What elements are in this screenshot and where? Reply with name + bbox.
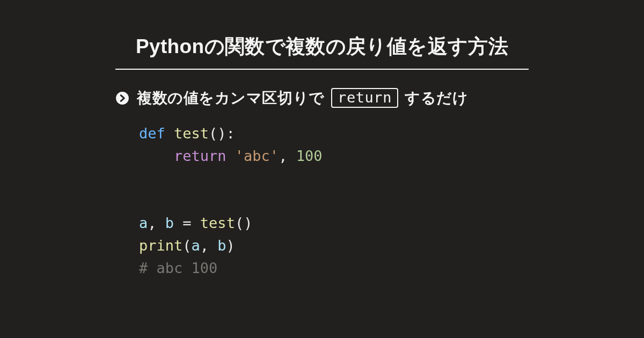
token-colon: :	[226, 125, 235, 142]
token-rparen: )	[226, 237, 235, 254]
token-ident: b	[165, 215, 174, 231]
token-comma: ,	[200, 237, 209, 254]
code-block: def test(): return 'abc', 100 a, b = tes…	[139, 122, 529, 280]
token-comma: ,	[148, 215, 156, 231]
keyword-box: return	[331, 88, 398, 108]
token-comma: ,	[279, 148, 287, 164]
subtitle-pre: 複数の値をカンマ区切りで	[137, 90, 329, 106]
token-space	[209, 237, 217, 254]
token-return: return	[174, 148, 226, 164]
token-indent	[139, 148, 174, 164]
token-parens: ()	[209, 125, 226, 142]
token-space	[287, 148, 296, 164]
token-def: def	[139, 125, 165, 142]
token-ident: a	[192, 237, 200, 254]
chevron-circle-icon	[115, 91, 129, 105]
subtitle-row: 複数の値をカンマ区切りで return するだけ	[115, 88, 529, 108]
token-string: 'abc'	[235, 148, 279, 164]
token-space	[192, 215, 200, 231]
token-comment: # abc 100	[139, 260, 217, 276]
subtitle-text: 複数の値をカンマ区切りで return するだけ	[137, 88, 469, 108]
token-space	[174, 215, 182, 231]
token-space	[165, 125, 174, 142]
token-space	[226, 148, 235, 164]
token-call: test	[200, 215, 235, 231]
token-space	[157, 215, 165, 231]
token-fname: test	[174, 125, 209, 142]
token-ident: b	[217, 237, 226, 254]
token-equals: =	[182, 215, 191, 231]
token-number: 100	[296, 148, 323, 164]
subtitle-post: するだけ	[400, 90, 469, 106]
content-area: 複数の値をカンマ区切りで return するだけ def test(): ret…	[115, 88, 529, 280]
token-lparen: (	[182, 237, 191, 254]
page-title: Pythonの関数で複数の戻り値を返す方法	[115, 33, 529, 70]
token-builtin: print	[139, 237, 182, 254]
token-ident: a	[139, 215, 148, 231]
svg-point-0	[116, 92, 129, 105]
token-parens: ()	[235, 215, 253, 231]
